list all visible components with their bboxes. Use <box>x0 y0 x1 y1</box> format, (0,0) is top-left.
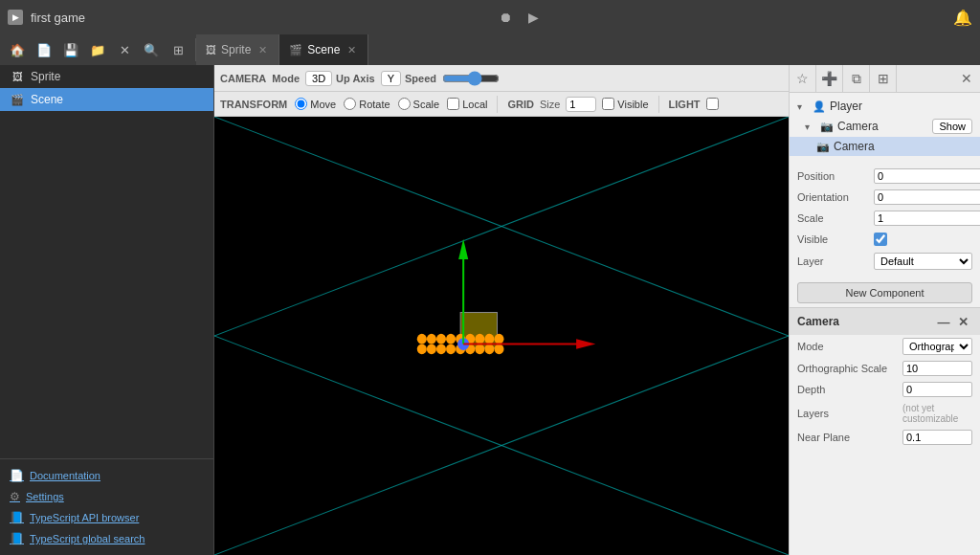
move-label: Move <box>310 99 336 110</box>
tabs-container: 🖼 Sprite ✕ 🎬 Scene ✕ <box>196 34 368 65</box>
mode-label: Mode <box>272 73 300 84</box>
tab-sprite[interactable]: 🖼 Sprite ✕ <box>196 34 279 65</box>
new-component-button[interactable]: New Component <box>797 282 972 303</box>
tree-item-player[interactable]: ▾ 👤 Player <box>790 97 980 116</box>
speed-label: Speed <box>405 73 436 84</box>
speed-slider[interactable] <box>442 71 500 86</box>
svg-point-17 <box>436 344 446 355</box>
light-label: LIGHT <box>669 99 701 110</box>
layer-select[interactable]: Default <box>874 253 972 270</box>
camera-component-minimize[interactable]: — <box>934 312 953 331</box>
sprite-tab-icon: 🖼 <box>206 44 216 56</box>
scene-tab-icon: 🎬 <box>289 44 302 56</box>
scene-icon: 🎬 <box>10 92 25 107</box>
camera-component-header: Camera — ✕ <box>790 308 980 335</box>
orientation-row: Orientation <box>790 187 980 208</box>
camera-group-icon: 📷 <box>820 121 834 133</box>
sidebar-item-scene[interactable]: 🎬 Scene <box>0 88 213 111</box>
sidebar-ts-global-link[interactable]: 📘 TypeScript global search <box>0 528 213 549</box>
filter-button[interactable]: ⊞ <box>167 38 189 61</box>
right-panel-close[interactable]: ✕ <box>953 65 980 92</box>
position-x-input[interactable] <box>874 168 980 184</box>
scale-x-input[interactable] <box>874 211 980 226</box>
tree-item-camera-group[interactable]: ▾ 📷 Camera Show <box>790 116 980 137</box>
camera-layers-value: (not yet customizable <box>902 403 972 424</box>
camera-mode-select[interactable]: Orthographic Perspective <box>902 338 972 355</box>
save-button[interactable]: 💾 <box>59 38 82 61</box>
local-check-label[interactable]: Local <box>447 98 487 110</box>
scale-radio[interactable] <box>398 98 411 110</box>
up-axis-button[interactable]: Y <box>381 71 401 86</box>
scale-radio-label[interactable]: Scale <box>398 98 440 110</box>
light-checkbox[interactable] <box>706 98 719 110</box>
move-radio[interactable] <box>295 98 307 110</box>
sidebar-ts-api-link[interactable]: 📘 TypeScript API browser <box>0 507 213 528</box>
sidebar-item-sprite-label: Sprite <box>31 70 60 83</box>
grid-visible-checkbox[interactable] <box>602 98 614 110</box>
right-tab-copy[interactable]: ⧉ <box>843 65 870 92</box>
svg-point-6 <box>417 334 427 344</box>
record-button[interactable]: ⏺ <box>494 6 517 29</box>
mode-3d-button[interactable]: 3D <box>305 71 332 86</box>
local-checkbox[interactable] <box>447 98 459 110</box>
open-button[interactable]: 📄 <box>33 38 56 61</box>
svg-point-21 <box>475 344 484 355</box>
ts-global-label: TypeScript global search <box>30 533 145 544</box>
layer-label: Layer <box>797 255 874 267</box>
notifications-icon: 🔔 <box>953 9 972 27</box>
grid-size-input[interactable] <box>566 97 596 112</box>
app-title: first game <box>31 11 85 25</box>
svg-point-18 <box>446 344 456 355</box>
camera-label: CAMERA <box>220 73 266 84</box>
rotate-radio-label[interactable]: Rotate <box>344 98 390 110</box>
new-file-button[interactable]: 🏠 <box>6 38 29 61</box>
grid-label: GRID <box>507 99 534 110</box>
right-tab-options[interactable]: ⊞ <box>870 65 897 92</box>
camera-toolbar: CAMERA Mode 3D Up Axis Y Speed <box>214 65 789 92</box>
svg-point-22 <box>484 344 494 355</box>
toolbar-divider-1 <box>497 96 498 113</box>
docs-label: Documentation <box>30 470 100 481</box>
scene-tab-label: Scene <box>307 43 340 56</box>
sidebar-docs-link[interactable]: 📄 Documentation <box>0 465 213 486</box>
scale-inputs <box>874 211 980 226</box>
viewport[interactable] <box>214 117 789 555</box>
camera-ortho-scale-row: Orthographic Scale <box>790 358 980 379</box>
docs-icon: 📄 <box>10 469 24 482</box>
position-row: Position <box>790 166 980 187</box>
camera-layers-row: Layers (not yet customizable <box>790 400 980 427</box>
size-label: Size <box>540 99 560 110</box>
editor-area: CAMERA Mode 3D Up Axis Y Speed TRANSFORM… <box>214 65 789 555</box>
sidebar-item-sprite[interactable]: 🖼 Sprite <box>0 65 213 88</box>
camera-ortho-scale-input[interactable] <box>902 361 972 376</box>
camera-component-close[interactable]: ✕ <box>953 312 972 331</box>
camera-depth-input[interactable] <box>902 382 972 397</box>
right-tab-add[interactable]: ➕ <box>816 65 843 92</box>
move-radio-label[interactable]: Move <box>295 98 336 110</box>
sprite-tab-close[interactable]: ✕ <box>256 43 269 56</box>
search-button[interactable]: 🔍 <box>140 38 163 61</box>
viewport-scene <box>214 117 789 555</box>
close-file-button[interactable]: ✕ <box>113 38 136 61</box>
ts-api-icon: 📘 <box>10 511 24 524</box>
play-button[interactable]: ▶ <box>523 6 546 29</box>
camera-layers-label: Layers <box>797 408 902 419</box>
camera-near-plane-input[interactable] <box>902 430 972 445</box>
camera-near-plane-row: Near Plane <box>790 427 980 448</box>
app-icon: ▶ <box>8 10 23 25</box>
scene-tab-close[interactable]: ✕ <box>345 43 358 56</box>
rotate-radio[interactable] <box>344 98 356 110</box>
visible-checkbox[interactable] <box>874 233 887 246</box>
folder-button[interactable]: 📁 <box>86 38 109 61</box>
tree-item-camera-leaf[interactable]: 📷 Camera <box>790 137 980 156</box>
camera-group-expand-icon: ▾ <box>805 122 816 132</box>
up-axis-label: Up Axis <box>336 73 375 84</box>
right-tab-star[interactable]: ☆ <box>790 65 816 92</box>
visible-row: Visible <box>790 229 980 250</box>
show-button[interactable]: Show <box>932 119 972 134</box>
orientation-x-input[interactable] <box>874 189 980 205</box>
tab-scene[interactable]: 🎬 Scene ✕ <box>279 34 368 65</box>
camera-depth-row: Depth <box>790 379 980 400</box>
player-label: Player <box>830 100 862 113</box>
sidebar-settings-link[interactable]: ⚙ Settings <box>0 486 213 507</box>
